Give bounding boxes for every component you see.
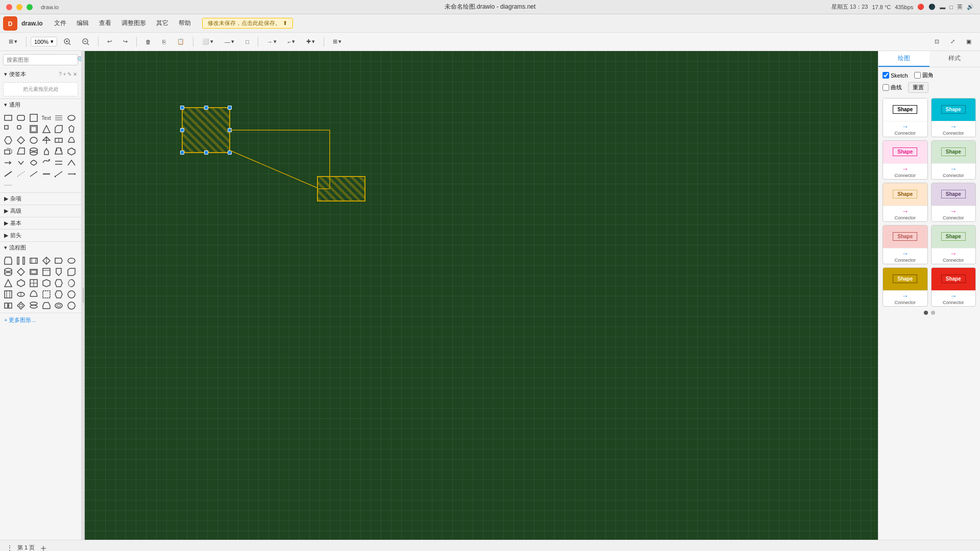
section-flowchart-header[interactable]: ▾ 流程图 xyxy=(0,242,81,254)
paste-btn[interactable]: 📋 xyxy=(173,36,189,47)
section-misc-header[interactable]: ▶ 杂项 xyxy=(0,193,81,205)
search-input[interactable] xyxy=(7,57,77,63)
shape-item[interactable] xyxy=(3,169,13,179)
shape-item[interactable] xyxy=(29,124,39,134)
add-page-btn[interactable]: ＋ xyxy=(39,542,48,552)
shape-item[interactable] xyxy=(16,113,26,123)
shape-item[interactable] xyxy=(29,169,39,179)
tab-style[interactable]: 样式 xyxy=(929,51,981,67)
curve-checkbox[interactable] xyxy=(883,84,889,91)
shape-item[interactable] xyxy=(16,124,26,134)
fc-shape-item[interactable] xyxy=(16,256,26,266)
sc-card-8[interactable]: Shape → Connector xyxy=(883,267,928,307)
canvas-shape-2[interactable] xyxy=(317,176,365,202)
section-stickynote-header[interactable]: ▾ 便签本 ? + ✎ ✕ xyxy=(0,68,81,80)
fc-shape-item[interactable] xyxy=(29,289,39,299)
page-options-btn[interactable]: ⋮ xyxy=(6,544,13,552)
shape-item[interactable] xyxy=(66,158,77,168)
shape-item[interactable] xyxy=(41,146,52,157)
fc-shape-item[interactable] xyxy=(3,256,13,266)
shape-item[interactable] xyxy=(29,113,39,123)
fc-shape-item[interactable] xyxy=(29,300,39,311)
shape-item[interactable] xyxy=(29,146,39,157)
fullscreen-btn[interactable]: ⤢ xyxy=(946,36,960,47)
shape-item[interactable] xyxy=(16,146,26,157)
sketch-checkbox[interactable] xyxy=(883,72,889,79)
shape-item[interactable] xyxy=(16,169,26,179)
fc-shape-item[interactable] xyxy=(16,289,26,299)
other-menu[interactable]: 其它 xyxy=(151,17,174,30)
fc-shape-item[interactable] xyxy=(29,267,39,277)
shape-item[interactable] xyxy=(54,113,64,123)
close-button[interactable] xyxy=(6,4,12,10)
fc-shape-item[interactable] xyxy=(54,300,64,311)
section-arrows-header[interactable]: ▶ 箭头 xyxy=(0,230,81,241)
rounded-checkbox-label[interactable]: 圆角 xyxy=(914,71,934,79)
fc-shape-item[interactable] xyxy=(41,289,52,299)
sc-card-9[interactable]: Shape → Connector xyxy=(931,267,976,307)
fc-shape-item[interactable] xyxy=(66,300,77,311)
zoom-in-btn[interactable] xyxy=(59,36,76,47)
fc-shape-item[interactable] xyxy=(41,256,52,266)
fc-shape-item[interactable] xyxy=(54,267,64,277)
fc-shape-item[interactable] xyxy=(54,256,64,266)
line-btn[interactable]: — ▾ xyxy=(220,36,239,47)
shape-item[interactable] xyxy=(41,124,52,134)
search-box[interactable]: 🔍 xyxy=(3,54,78,65)
curve-checkbox-label[interactable]: 曲线 xyxy=(883,84,902,91)
shape-item[interactable] xyxy=(54,158,64,168)
redo-btn[interactable]: ↪ xyxy=(118,36,132,47)
minimize-button[interactable] xyxy=(16,4,22,10)
reset-button[interactable]: 重置 xyxy=(908,82,928,93)
sc-card-0[interactable]: Shape → Connector xyxy=(883,98,928,137)
shape-item[interactable] xyxy=(3,180,13,190)
shape-item[interactable] xyxy=(66,124,77,134)
view-menu[interactable]: 查看 xyxy=(94,17,116,30)
shape-item[interactable] xyxy=(3,124,13,134)
shape-item[interactable] xyxy=(29,135,39,145)
fc-shape-item[interactable] xyxy=(3,267,13,277)
handle-br[interactable] xyxy=(228,151,232,155)
delete-btn[interactable]: 🗑 xyxy=(141,37,156,47)
shape-item[interactable] xyxy=(41,135,52,145)
edit-menu[interactable]: 编辑 xyxy=(71,17,94,30)
handle-right[interactable] xyxy=(228,128,232,132)
connector-btn[interactable]: →▾ xyxy=(262,36,281,47)
shape-item[interactable] xyxy=(3,146,13,157)
fc-shape-item[interactable] xyxy=(3,278,13,288)
extras-menu[interactable]: 调整图形 xyxy=(116,17,151,30)
fc-shape-item[interactable] xyxy=(3,289,13,299)
handle-bottom[interactable] xyxy=(204,151,208,155)
more-shapes[interactable]: + 更多图形... xyxy=(0,313,81,327)
dot-2[interactable] xyxy=(931,311,935,315)
shape-item[interactable] xyxy=(16,158,26,168)
file-menu[interactable]: 文件 xyxy=(49,17,71,30)
section-basic-header[interactable]: ▶ 基本 xyxy=(0,217,81,229)
shape-item[interactable] xyxy=(54,169,64,179)
fc-shape-item[interactable] xyxy=(54,289,64,299)
save-notice[interactable]: 修改未保存，点击此处保存。 ⬆ xyxy=(202,18,293,29)
zoom-out-btn[interactable] xyxy=(78,36,94,47)
shape-item[interactable] xyxy=(54,124,64,134)
shape-item[interactable] xyxy=(3,158,13,168)
fc-shape-item[interactable] xyxy=(66,289,77,299)
handle-tr[interactable] xyxy=(228,106,232,110)
undo-btn[interactable]: ↩ xyxy=(103,36,116,47)
fc-shape-item[interactable] xyxy=(3,300,13,311)
sketch-checkbox-label[interactable]: Sketch xyxy=(883,72,908,79)
rounded-checkbox[interactable] xyxy=(914,72,921,79)
zoom-control[interactable]: 100% ▾ xyxy=(31,37,57,46)
section-general-header[interactable]: ▾ 通用 xyxy=(0,99,81,111)
shape-item[interactable] xyxy=(3,135,13,145)
view-toggle-btn[interactable]: ⊞▾ xyxy=(4,36,22,47)
shape-item[interactable]: Text xyxy=(41,113,52,123)
maximize-button[interactable] xyxy=(27,4,33,10)
shape-item[interactable] xyxy=(3,113,13,123)
fc-shape-item[interactable] xyxy=(54,278,64,288)
handle-bl[interactable] xyxy=(180,151,184,155)
shape-item[interactable] xyxy=(66,135,77,145)
fill-btn[interactable]: ⬜ ▾ xyxy=(198,36,218,47)
copy-btn[interactable]: ⎘ xyxy=(158,37,170,47)
fc-shape-item[interactable] xyxy=(41,267,52,277)
shape-item[interactable] xyxy=(41,169,52,179)
